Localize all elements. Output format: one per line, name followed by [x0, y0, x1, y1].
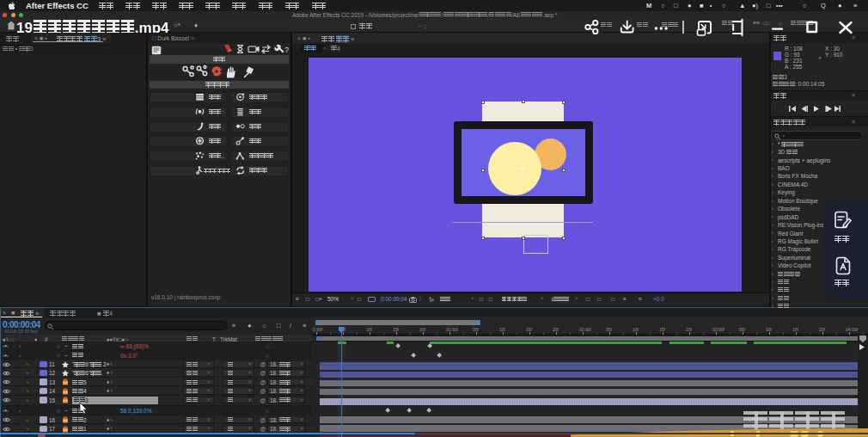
svg-text:?: ? — [284, 46, 289, 54]
